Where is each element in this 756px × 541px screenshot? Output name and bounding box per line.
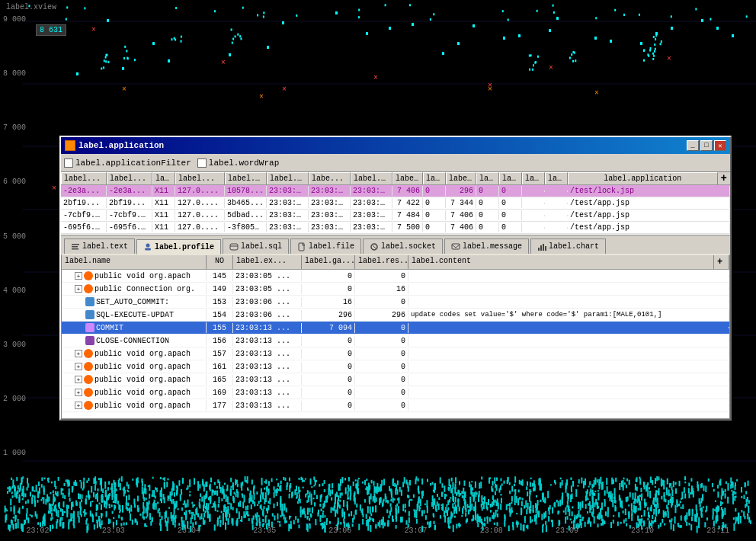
pcol-name[interactable]: label.name <box>62 255 207 269</box>
table-row[interactable]: -2e3a... -2e3a... X11 127.0.... 10578...… <box>61 185 730 197</box>
cell: -2e3a... <box>61 186 107 196</box>
cell: 23:03:... <box>267 186 309 196</box>
x-label-2308: 23:08 <box>480 527 503 535</box>
pname-cell: SQL-EXECUTE-UPDAT <box>62 309 207 320</box>
pex-cell: 23:03:13 ... <box>233 323 302 333</box>
pcontent-cell <box>408 327 729 328</box>
cell <box>522 227 545 229</box>
pres-cell: 0 <box>355 336 408 346</box>
row-name: public void org.apach <box>94 389 191 397</box>
cell: 127.0.... <box>175 198 225 208</box>
wordwrap-menu-item[interactable]: label.wordWrap <box>197 158 279 168</box>
col-h-app[interactable]: label.application <box>568 172 718 184</box>
expand-icon[interactable]: + <box>75 350 82 357</box>
pname-cell: + public void org.apach <box>62 361 207 372</box>
col-h-3[interactable]: label... <box>152 172 175 184</box>
cell <box>545 215 568 216</box>
cell: 23:03:... <box>351 222 392 232</box>
pcontent-cell <box>408 379 729 380</box>
cell: 7 422 <box>392 198 423 208</box>
expand-icon[interactable]: + <box>75 376 82 383</box>
profile-row[interactable]: + public void org.apach 157 23:03:13 ...… <box>62 347 729 360</box>
filter-menu-item[interactable]: label.applicationFilter <box>64 158 191 168</box>
pcol-res[interactable]: label.res... <box>355 255 408 269</box>
add-column-btn[interactable]: + <box>718 172 730 184</box>
tab-socket[interactable]: label.socket <box>363 238 443 254</box>
svg-rect-2 <box>72 248 78 250</box>
pcol-ex[interactable]: label.ex... <box>233 255 302 269</box>
minimize-button[interactable]: _ <box>687 140 699 151</box>
col-h-11[interactable]: labe... <box>446 172 476 184</box>
pno-cell: 169 <box>207 388 233 398</box>
col-h-13[interactable]: labe... <box>499 172 522 184</box>
col-h-7[interactable]: labe... <box>309 172 351 184</box>
row-name: public void org.apach <box>94 350 191 358</box>
pga-cell: 0 <box>302 388 355 398</box>
pno-cell: 157 <box>207 349 233 359</box>
tab-file[interactable]: label.file <box>290 238 361 254</box>
col-h-10[interactable]: label... <box>423 172 446 184</box>
app-window: label.application _ □ ✕ label.applicatio… <box>59 136 732 421</box>
expand-icon[interactable]: + <box>75 389 82 396</box>
col-h-4[interactable]: label... <box>175 172 225 184</box>
expand-icon[interactable]: + <box>75 363 82 370</box>
profile-row-commit[interactable]: COMMIT 155 23:03:13 ... 7 094 0 <box>62 322 729 335</box>
add-profile-col-btn[interactable]: + <box>714 255 729 269</box>
close-button[interactable]: ✕ <box>714 140 726 151</box>
profile-row[interactable]: SET_AUTO_COMMIT: 153 23:03:06 ... 16 0 <box>62 296 729 309</box>
cell: 10578... <box>225 186 267 196</box>
profile-row[interactable]: CLOSE-CONNECTION 156 23:03:13 ... 0 0 <box>62 335 729 347</box>
profile-row[interactable]: + public void org.apach 165 23:03:13 ...… <box>62 373 729 386</box>
cell: -695f6... <box>61 222 107 232</box>
wordwrap-checkbox[interactable] <box>197 158 207 168</box>
expand-icon[interactable]: + <box>75 402 82 409</box>
col-h-8[interactable]: label... <box>351 172 392 184</box>
pcol-no[interactable]: NO <box>207 255 233 269</box>
x-label-2310: 23:10 <box>631 527 654 535</box>
tab-profile[interactable]: label.profile <box>136 239 221 254</box>
col-h-14[interactable]: label... <box>522 172 545 184</box>
profile-row[interactable]: + public Connection org. 149 23:03:05 ..… <box>62 283 729 296</box>
tab-text[interactable]: label.text <box>64 238 135 254</box>
expand-icon[interactable]: + <box>75 272 82 280</box>
pres-cell: 16 <box>355 284 408 294</box>
col-h-1[interactable]: label... <box>61 172 107 184</box>
filter-checkbox[interactable] <box>64 158 73 168</box>
pcol-content[interactable]: label.content <box>408 255 714 269</box>
y-axis: 9 000 8 000 7 000 6 000 5 000 4 000 3 00… <box>3 0 26 457</box>
cell: -3f805... <box>225 222 267 232</box>
profile-row[interactable]: + public void org.apach 169 23:03:13 ...… <box>62 386 729 399</box>
svg-rect-4 <box>145 248 151 251</box>
pname-cell: + public void org.apach <box>62 387 207 398</box>
table-row[interactable]: -7cbf9... -7cbf9... X11 127.0.... 5dbad.… <box>61 210 730 222</box>
profile-panel: label.name NO label.ex... label.ga... la… <box>61 254 730 419</box>
profile-row[interactable]: + public void org.apach 145 23:03:05 ...… <box>62 270 729 283</box>
sql-type-icon <box>85 297 94 306</box>
tab-message[interactable]: label.message <box>444 238 529 254</box>
pname-cell: + public void org.apach <box>62 348 207 359</box>
tab-chart[interactable]: label.chart <box>530 238 606 254</box>
svg-line-9 <box>373 245 376 248</box>
col-h-2[interactable]: label... <box>107 172 152 184</box>
col-h-6[interactable]: label... <box>267 172 309 184</box>
profile-row[interactable]: + public void org.apach 161 23:03:13 ...… <box>62 360 729 373</box>
cell: 127.0.... <box>175 210 225 220</box>
pcol-ga[interactable]: label.ga... <box>302 255 355 269</box>
svg-rect-13 <box>543 244 544 251</box>
profile-row[interactable]: + public void org.apach 177 23:03:13 ...… <box>62 399 729 412</box>
col-h-15[interactable]: labe... <box>545 172 568 184</box>
expand-icon[interactable]: + <box>75 285 82 293</box>
pex-cell: 23:03:06 ... <box>233 297 302 307</box>
table-row[interactable]: 2bf19... 2bf19... X11 127.0.... 3b465...… <box>61 197 730 210</box>
maximize-button[interactable]: □ <box>700 140 713 151</box>
table-row[interactable]: -695f6... -695f6... X11 127.0.... -3f805… <box>61 222 730 234</box>
col-h-12[interactable]: label... <box>476 172 499 184</box>
col-h-5[interactable]: label... <box>225 172 267 184</box>
pres-cell: 0 <box>355 375 408 385</box>
filter-label: label.applicationFilter <box>75 158 191 168</box>
pcontent-cell: update codes set value='$' where code='$… <box>408 310 729 319</box>
tab-sql[interactable]: label.sql <box>223 238 289 254</box>
profile-row[interactable]: SQL-EXECUTE-UPDAT 154 23:03:06 ... 296 2… <box>62 309 729 322</box>
app-icon <box>65 140 75 151</box>
col-h-9[interactable]: labe... <box>392 172 423 184</box>
